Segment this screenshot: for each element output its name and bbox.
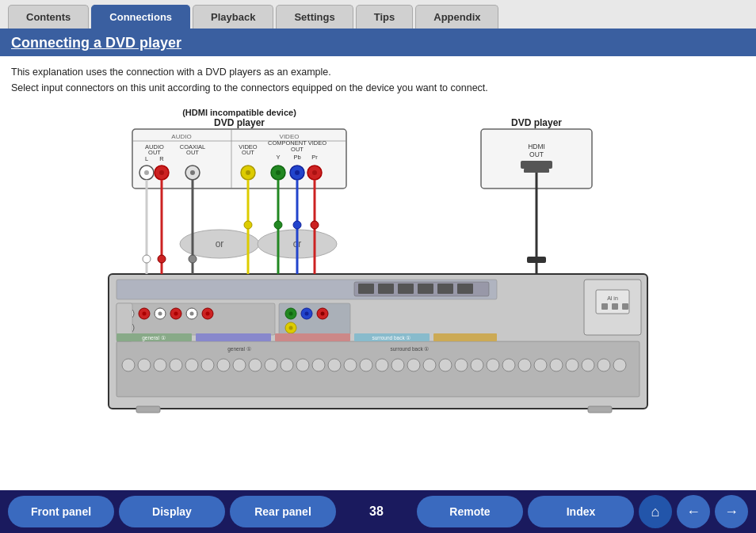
connection-diagram: (HDMI incompatible device) DVD player DV… bbox=[93, 104, 663, 436]
svg-point-91 bbox=[321, 312, 325, 316]
svg-point-82 bbox=[206, 312, 210, 316]
svg-point-103 bbox=[217, 359, 230, 371]
svg-rect-67 bbox=[418, 284, 433, 294]
svg-text:Pr: Pr bbox=[311, 154, 318, 161]
svg-rect-39 bbox=[521, 161, 552, 169]
svg-text:Y: Y bbox=[276, 154, 280, 161]
tab-contents[interactable]: Contents bbox=[8, 5, 89, 29]
svg-point-126 bbox=[582, 359, 594, 371]
svg-text:general ①: general ① bbox=[227, 346, 251, 352]
svg-rect-131 bbox=[596, 290, 629, 314]
back-button[interactable]: ← bbox=[677, 495, 710, 528]
svg-rect-158 bbox=[527, 257, 546, 263]
svg-point-33 bbox=[295, 170, 300, 175]
svg-point-89 bbox=[305, 312, 309, 316]
svg-point-111 bbox=[344, 359, 357, 371]
svg-text:L: L bbox=[145, 155, 148, 162]
svg-point-102 bbox=[201, 359, 214, 371]
svg-point-87 bbox=[289, 312, 293, 316]
svg-text:OUT: OUT bbox=[242, 149, 254, 156]
svg-text:OUT: OUT bbox=[186, 149, 199, 156]
svg-text:AUDIO: AUDIO bbox=[171, 133, 191, 140]
svg-rect-68 bbox=[437, 284, 453, 294]
main-content: This explanation uses the connection wit… bbox=[0, 56, 756, 445]
svg-point-156 bbox=[293, 221, 301, 229]
svg-point-151 bbox=[143, 255, 151, 263]
svg-text:Pb: Pb bbox=[293, 154, 300, 161]
svg-rect-135 bbox=[622, 303, 628, 310]
svg-point-107 bbox=[281, 359, 293, 371]
forward-button[interactable]: → bbox=[715, 495, 748, 528]
svg-text:general ①: general ① bbox=[142, 335, 166, 341]
svg-point-100 bbox=[170, 359, 182, 371]
svg-rect-69 bbox=[457, 284, 473, 294]
home-button[interactable]: ⌂ bbox=[639, 495, 672, 528]
svg-rect-142 bbox=[433, 333, 497, 341]
svg-point-115 bbox=[407, 359, 420, 371]
svg-point-155 bbox=[274, 221, 282, 229]
diagram-container: (HDMI incompatible device) DVD player DV… bbox=[93, 104, 663, 439]
display-button[interactable]: Display bbox=[119, 496, 225, 527]
svg-text:or: or bbox=[216, 238, 224, 249]
svg-rect-40 bbox=[524, 169, 549, 173]
tab-connections[interactable]: Connections bbox=[91, 5, 190, 29]
svg-point-109 bbox=[312, 359, 325, 371]
svg-point-20 bbox=[190, 170, 195, 175]
svg-point-153 bbox=[189, 255, 197, 263]
svg-rect-65 bbox=[378, 284, 394, 294]
svg-point-14 bbox=[144, 170, 149, 175]
tab-playback[interactable]: Playback bbox=[193, 5, 273, 29]
svg-point-114 bbox=[391, 359, 404, 371]
page-number: 38 bbox=[341, 504, 412, 519]
svg-point-152 bbox=[158, 255, 166, 263]
svg-text:OUT: OUT bbox=[529, 150, 544, 158]
svg-point-24 bbox=[246, 170, 250, 175]
svg-point-35 bbox=[312, 170, 317, 175]
tab-settings[interactable]: Settings bbox=[276, 5, 353, 29]
svg-rect-70 bbox=[116, 303, 275, 335]
svg-point-31 bbox=[276, 170, 281, 175]
svg-text:(HDMI incompatible device): (HDMI incompatible device) bbox=[182, 108, 296, 117]
svg-point-128 bbox=[613, 359, 626, 371]
index-button[interactable]: Index bbox=[528, 496, 634, 527]
svg-rect-134 bbox=[612, 303, 618, 310]
svg-point-125 bbox=[566, 359, 578, 371]
svg-point-121 bbox=[502, 359, 515, 371]
svg-point-78 bbox=[174, 312, 178, 316]
svg-point-110 bbox=[328, 359, 341, 371]
nav-tabs: Contents Connections Playback Settings T… bbox=[0, 0, 756, 30]
svg-rect-139 bbox=[275, 333, 350, 341]
svg-point-108 bbox=[296, 359, 309, 371]
svg-rect-66 bbox=[398, 284, 414, 294]
svg-point-119 bbox=[471, 359, 483, 371]
svg-point-112 bbox=[360, 359, 372, 371]
svg-point-80 bbox=[190, 312, 194, 316]
svg-text:R: R bbox=[159, 155, 164, 162]
svg-rect-160 bbox=[588, 406, 612, 413]
svg-text:OUT: OUT bbox=[291, 146, 304, 153]
svg-point-122 bbox=[518, 359, 531, 371]
svg-point-76 bbox=[158, 312, 162, 316]
description: This explanation uses the connection wit… bbox=[11, 64, 745, 96]
svg-point-101 bbox=[185, 359, 198, 371]
svg-point-93 bbox=[289, 326, 293, 330]
svg-point-127 bbox=[598, 359, 610, 371]
svg-text:Al in: Al in bbox=[607, 295, 618, 301]
svg-point-105 bbox=[249, 359, 262, 371]
tab-tips[interactable]: Tips bbox=[356, 5, 414, 29]
svg-rect-64 bbox=[358, 284, 374, 294]
rear-panel-button[interactable]: Rear panel bbox=[230, 496, 336, 527]
front-panel-button[interactable]: Front panel bbox=[8, 496, 114, 527]
svg-text:DVD player: DVD player bbox=[511, 117, 562, 128]
remote-button[interactable]: Remote bbox=[417, 496, 523, 527]
svg-point-123 bbox=[534, 359, 547, 371]
svg-point-97 bbox=[122, 359, 135, 371]
page-title: Connecting a DVD player bbox=[0, 30, 756, 56]
desc-line2: Select input connectors on this unit acc… bbox=[11, 82, 488, 93]
bottom-nav: Front panel Display Rear panel 38 Remote… bbox=[0, 490, 756, 533]
svg-point-154 bbox=[244, 221, 252, 229]
svg-text:HDMI: HDMI bbox=[528, 143, 545, 150]
tab-appendix[interactable]: Appendix bbox=[415, 5, 498, 29]
svg-point-106 bbox=[265, 359, 277, 371]
svg-text:surround back ①: surround back ① bbox=[391, 346, 430, 352]
